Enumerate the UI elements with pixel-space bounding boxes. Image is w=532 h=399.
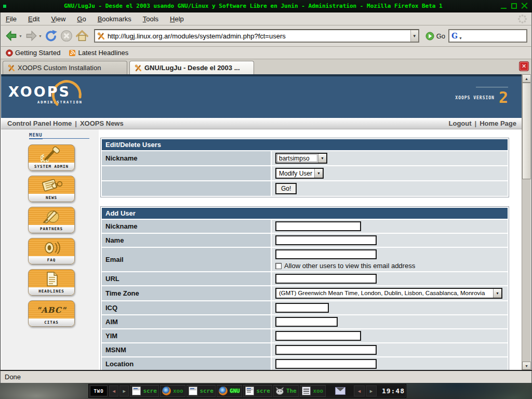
url-text[interactable]: http://lugj.linux.org.ar/modules/system/… [108,32,410,40]
window-icon [189,387,197,395]
search-engine-caret[interactable]: ▼ [459,36,462,40]
go-submit-button[interactable]: Go! [275,183,297,194]
getting-started-icon [6,49,13,57]
stop-button[interactable] [60,29,73,43]
sidebar-item-faq[interactable]: FAQ [28,238,75,264]
msnm-input[interactable] [275,345,377,355]
browser-content: XOOPS ADMINISTRATION XOOPS VERSION 2 Con… [0,74,532,370]
taskbar-item-xoops-doc[interactable]: xoo [300,385,326,397]
back-button[interactable]: ▼ [5,29,22,43]
link-home-page[interactable]: Home Page [480,119,516,127]
menu-heading: MENU [29,132,89,139]
sidebar-item-system-admin[interactable]: SYSTEM ADMIN [28,144,75,171]
sidebar-item-headlines[interactable]: HEADLINES [28,269,75,296]
scrollbar-thumb[interactable] [522,83,531,179]
status-bar: Done [0,370,532,383]
wrench-screwdriver-icon [29,145,74,163]
sidebar-item-citas[interactable]: "ABC" CITAS [28,300,75,327]
icq-input[interactable] [275,303,329,313]
sidebar-item-partners[interactable]: PARTNERS [28,207,75,233]
add-msnm-label: MSNM [102,343,271,356]
url-dropdown-button[interactable]: ▼ [410,30,418,42]
taskbar-item-gnu-firefox[interactable]: GNU [217,385,243,397]
firefox-icon [219,387,228,395]
menu-edit[interactable]: Edit [28,15,39,23]
close-tab-button[interactable]: ✕ [520,62,528,71]
tab-favicon [135,64,142,72]
location-input[interactable] [275,359,377,369]
back-arrow-icon [5,29,18,43]
edit-delete-users-title: Edit/Delete Users [102,139,508,150]
add-yim-label: YIM [102,329,271,342]
bookmark-getting-started[interactable]: Getting Started [6,49,60,57]
email-visibility-checkbox[interactable] [275,263,282,269]
nickname-input[interactable] [275,221,361,231]
mail-check-button[interactable] [334,385,347,396]
add-nickname-label: Nickname [102,220,271,233]
select-arrow-icon[interactable]: ▼ [493,289,501,298]
taskbar-item-screenshot-2[interactable]: scre [187,385,216,397]
menu-view[interactable]: View [51,15,65,23]
workspace-indicator[interactable]: TWO [90,385,108,396]
email-checkbox-label: Allow other users to view this email add… [284,262,415,270]
url-input[interactable] [275,274,377,284]
menu-bookmarks[interactable]: Bookmarks [98,15,131,23]
minimize-button[interactable] [500,3,507,9]
scroll-down-button[interactable]: ▼ [522,362,531,370]
taskbar-item-screenshot-3[interactable]: scre [243,385,272,397]
tab-gnu-lugju[interactable]: GNU/LugJu - Desde el 2003 ... [129,61,254,74]
search-input[interactable]: G ▼ [448,29,527,43]
url-bar[interactable]: http://lugj.linux.org.ar/modules/system/… [94,29,419,43]
yim-input[interactable] [275,331,361,341]
edit-delete-users-table: Edit/Delete Users Nickname bartsimpso ▼ [100,138,509,197]
link-control-panel-home[interactable]: Control Panel Home [7,119,72,127]
navigation-toolbar: ▼ ▼ http://lugj.linux.org.ar/modules/sys… [0,25,532,47]
menu-tools[interactable]: Tools [143,15,158,23]
tray-left-arrow[interactable]: ◄ [354,385,365,396]
maximize-button[interactable] [511,3,517,9]
aim-input[interactable] [275,317,338,327]
select-arrow-icon[interactable]: ▼ [314,169,323,178]
timezone-select[interactable]: (GMT) Greenwich Mean Time, London, Dubli… [275,288,502,299]
forward-arrow-icon [24,29,38,43]
scroll-up-button[interactable]: ▲ [522,74,531,83]
nickname-select[interactable]: bartsimpso ▼ [275,153,327,164]
gimp-icon [275,387,284,395]
sidebar-item-news[interactable]: NEWS [28,176,75,202]
close-button[interactable] [521,3,528,9]
taskbar-item-xoops-firefox[interactable]: xoo [160,385,186,397]
email-input[interactable] [275,249,377,259]
reload-button[interactable] [44,29,58,43]
pen-icon [29,207,74,225]
bookmark-latest-headlines[interactable]: Latest Headlines [69,49,128,57]
link-xoops-news[interactable]: XOOPS News [80,119,124,127]
bookmarks-toolbar: Getting Started Latest Headlines [0,47,532,59]
name-input[interactable] [275,235,377,245]
admin-nav-bar: Control Panel Home|XOOPS News Logout|Hom… [1,118,523,129]
forward-dropdown-caret[interactable]: ▼ [38,34,42,38]
menu-file[interactable]: File [6,15,17,23]
home-button[interactable] [75,29,89,43]
select-arrow-icon[interactable]: ▼ [318,154,326,163]
menu-help[interactable]: Help [170,15,184,23]
taskbar-item-gimp[interactable]: The [273,385,299,397]
tray-right-arrow[interactable]: ► [366,385,377,396]
xoops-admin-banner: XOOPS ADMINISTRATION XOOPS VERSION 2 [1,76,523,118]
taskbar-item-screenshot-1[interactable]: scre [130,385,159,397]
menu-bar: File Edit View Go Bookmarks Tools Help [0,12,532,25]
forward-button[interactable]: ▼ [24,29,42,43]
link-logout[interactable]: Logout [449,119,472,127]
vertical-scrollbar[interactable]: ▲ ▼ [522,74,531,370]
firefox-icon [162,387,171,395]
pager-right-arrow[interactable]: ► [119,385,129,396]
tab-xoops-custom-installation[interactable]: XOOPS Custom Installation [3,61,127,74]
user-action-select[interactable]: Modify User ▼ [275,168,324,179]
status-text: Done [5,373,21,381]
pager-left-arrow[interactable]: ◄ [109,385,118,396]
back-dropdown-caret[interactable]: ▼ [19,34,22,38]
stop-icon [60,29,73,43]
go-button-label: Go [436,32,445,40]
menu-go[interactable]: Go [77,15,86,23]
go-button[interactable]: Go [422,31,448,42]
google-icon: G [451,32,458,40]
